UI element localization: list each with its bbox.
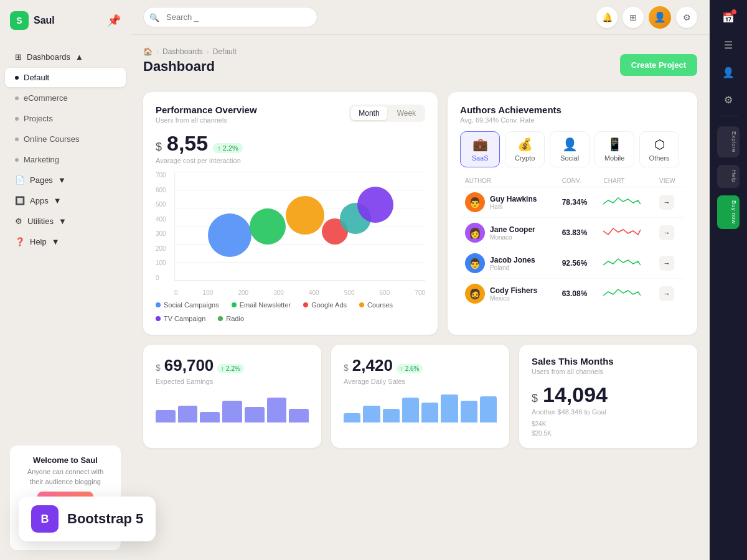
avatar[interactable]: 👤 bbox=[649, 6, 671, 29]
grid-icon[interactable]: ⊞ bbox=[622, 7, 644, 28]
col-chart: CHART bbox=[598, 175, 654, 187]
help-button[interactable]: Help bbox=[717, 165, 740, 188]
author-name: Cody Fishers bbox=[490, 286, 537, 295]
performance-card: Performance Overview Users from all chan… bbox=[143, 92, 438, 335]
author-name: Jacob Jones bbox=[490, 256, 535, 264]
sidebar-item-default[interactable]: Default bbox=[5, 68, 126, 87]
bullet-icon bbox=[15, 117, 19, 121]
sidebar-item-help[interactable]: ❓ Help ▼ bbox=[5, 232, 126, 251]
user-icon[interactable]: 👤 bbox=[717, 61, 740, 83]
view-author-button[interactable]: → bbox=[659, 225, 674, 240]
author-avatar: 👨 bbox=[465, 192, 485, 212]
legend-dot bbox=[232, 302, 237, 307]
explore-button[interactable]: Explore bbox=[717, 126, 740, 157]
sidebar-item-label: Projects bbox=[24, 114, 53, 123]
sparkline-chart bbox=[603, 255, 641, 270]
author-avatar: 🧔 bbox=[465, 284, 485, 304]
chart-legend: Social Campaigns Email Newsletter Google… bbox=[156, 301, 425, 322]
sidebar-item-apps[interactable]: 🔲 Apps ▼ bbox=[5, 191, 126, 210]
sidebar-item-marketing[interactable]: Marketing bbox=[5, 150, 126, 169]
tab-month[interactable]: Month bbox=[351, 106, 387, 120]
bar bbox=[480, 396, 497, 423]
view-author-button[interactable]: → bbox=[659, 256, 674, 271]
legend-dot bbox=[218, 316, 223, 321]
settings-icon[interactable]: ⚙ bbox=[676, 7, 697, 28]
tab-crypto[interactable]: 💰 Crypto bbox=[505, 131, 545, 167]
tab-mobile[interactable]: 📱 Mobile bbox=[594, 131, 634, 167]
search-input[interactable] bbox=[143, 7, 317, 27]
bullet-icon bbox=[15, 158, 19, 162]
sidebar-item-online-courses[interactable]: Online Courses bbox=[5, 129, 126, 149]
sidebar-item-dashboards[interactable]: ⊞ Dashboards ▲ bbox=[5, 47, 126, 67]
buy-now-button[interactable]: Buy now bbox=[717, 195, 740, 229]
social-icon: 👤 bbox=[562, 137, 578, 152]
tab-others[interactable]: ⬡ Others bbox=[639, 131, 679, 167]
sidebar-item-label: Default bbox=[24, 73, 49, 82]
menu-icon[interactable]: ☰ bbox=[717, 34, 740, 56]
bar bbox=[441, 394, 458, 422]
legend-dot bbox=[156, 302, 161, 307]
notifications-icon[interactable]: 🔔 bbox=[596, 7, 618, 28]
sparkline-chart bbox=[603, 225, 641, 240]
authors-title: Authors Achievements bbox=[460, 105, 685, 115]
view-author-button[interactable]: → bbox=[659, 195, 674, 210]
breadcrumb-dashboards[interactable]: Dashboards bbox=[162, 47, 203, 56]
pin-icon[interactable]: 📌 bbox=[107, 14, 121, 27]
conv-rate: 63.08% bbox=[562, 289, 588, 298]
sidebar-item-ecommerce[interactable]: eCommerce bbox=[5, 88, 126, 108]
sales-title: Sales This Months bbox=[532, 356, 685, 366]
sidebar-item-label: Marketing bbox=[24, 155, 59, 164]
legend-google-ads: Google Ads bbox=[303, 301, 347, 309]
create-project-button[interactable]: Create Project bbox=[620, 54, 697, 76]
stat-label: Expected Earnings bbox=[156, 378, 309, 385]
app-name: Saul bbox=[34, 15, 55, 26]
view-author-button[interactable]: → bbox=[659, 286, 674, 301]
authors-subtitle: Avg. 69.34% Conv. Rate bbox=[460, 116, 685, 124]
metric-label: Avarage cost per interaction bbox=[156, 157, 425, 164]
tab-week[interactable]: Week bbox=[390, 106, 423, 120]
sidebar-item-pages[interactable]: 📄 Pages ▼ bbox=[5, 170, 126, 190]
pages-icon: 📄 bbox=[15, 175, 25, 185]
calendar-icon[interactable]: 📅 bbox=[717, 6, 740, 29]
stat-badge: ↑ 2.2% bbox=[217, 364, 244, 373]
sidebar-item-projects[interactable]: Projects bbox=[5, 109, 126, 128]
saas-icon: 💼 bbox=[472, 137, 488, 152]
bar bbox=[383, 409, 400, 423]
content-area: 🏠 › Dashboards › Default Dashboard Creat… bbox=[131, 35, 710, 560]
mini-bar-chart bbox=[156, 391, 309, 422]
table-row: 👨 Jacob Jones Poland 92.56% → bbox=[460, 248, 685, 279]
chart-x-axis: 0 100 200 300 400 500 600 700 bbox=[174, 289, 425, 296]
author-country: Haiti bbox=[490, 203, 537, 210]
sidebar-item-label: Help bbox=[30, 237, 47, 246]
crypto-icon: 💰 bbox=[517, 137, 533, 152]
tab-social[interactable]: 👤 Social bbox=[550, 131, 590, 167]
main-content: 🔍 🔔 ⊞ 👤 ⚙ 🏠 › Dashboards › Default Dashb… bbox=[131, 0, 710, 560]
stat-value: 69,700 bbox=[164, 356, 214, 375]
sidebar-item-label: Dashboards bbox=[27, 52, 70, 62]
author-avatar: 👨 bbox=[465, 253, 485, 273]
chart-bubble bbox=[250, 208, 286, 245]
conv-rate: 78.34% bbox=[562, 198, 588, 207]
bullet-icon bbox=[15, 138, 19, 141]
author-info: 👩 Jane Cooper Monaco bbox=[465, 223, 552, 243]
bar bbox=[222, 401, 242, 422]
sidebar-item-utilities[interactable]: ⚙ Utilities ▼ bbox=[5, 212, 126, 231]
table-row: 👩 Jane Cooper Monaco 63.83% → bbox=[460, 218, 685, 248]
page-header: 🏠 › Dashboards › Default Dashboard Creat… bbox=[143, 47, 697, 82]
dashboards-icon: ⊞ bbox=[15, 52, 22, 62]
sales-currency: $ bbox=[532, 392, 538, 405]
settings-icon[interactable]: ⚙ bbox=[717, 88, 740, 111]
bootstrap-overlay: B Bootstrap 5 bbox=[19, 497, 156, 541]
metric-value: 8,55 bbox=[167, 131, 208, 156]
sales-this-month-card: Sales This Months Users from all channel… bbox=[519, 345, 697, 448]
authors-tabs: 💼 SaaS 💰 Crypto 👤 Social 📱 Mobile bbox=[460, 131, 685, 167]
stat-currency: $ bbox=[156, 363, 161, 373]
expected-earnings-card: $ 69,700 ↑ 2.2% Expected Earnings bbox=[143, 345, 321, 448]
sales-y-labels: $24K $20.5K bbox=[532, 421, 685, 437]
tab-saas[interactable]: 💼 SaaS bbox=[460, 131, 500, 167]
stat-header: $ 2,420 ↑ 2.6% bbox=[344, 356, 497, 375]
metric-row: $ 8,55 ↑ 2.2% bbox=[156, 131, 425, 156]
bootstrap-label: Bootstrap 5 bbox=[67, 511, 143, 527]
legend-courses: Courses bbox=[359, 301, 393, 309]
bar bbox=[363, 406, 380, 423]
